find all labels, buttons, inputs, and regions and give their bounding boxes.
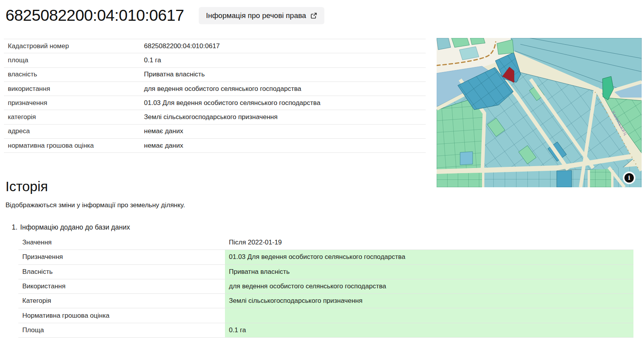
table-row: Власність Приватна власність — [18, 265, 633, 279]
history-event-number: 1. — [12, 223, 18, 232]
history-change-table: Значення Після 2022-01-19 Призначення 01… — [18, 235, 633, 338]
history-attribute-label: Використання — [18, 279, 225, 293]
attribute-label: власність — [4, 71, 140, 78]
history-attribute-value: 01.03 Для ведення особистого селянського… — [225, 250, 633, 264]
table-row: Призначення 01.03 Для ведення особистого… — [18, 250, 633, 264]
history-event-label: Інформацію додано до бази даних — [20, 223, 130, 232]
parcel-attributes-table: Кадастровий номер 6825082200:04:010:0617… — [4, 39, 426, 153]
history-attribute-value: 0.1 га — [225, 323, 633, 337]
attribute-value: немає даних — [140, 142, 426, 150]
history-attribute-label: Власність — [18, 265, 225, 279]
table-row: адреса немає даних — [4, 125, 426, 139]
external-link-icon — [310, 12, 317, 19]
table-row: Категорія Землі сільськогосподарського п… — [18, 294, 633, 308]
attribute-value: Землі сільськогосподарського призначення — [140, 113, 426, 121]
attribute-value: для ведення особистого селянського госпо… — [140, 85, 426, 93]
table-row: використання для ведення особистого селя… — [4, 82, 426, 96]
history-event-title: 1. Інформацію додано до бази даних — [12, 223, 638, 232]
cadastral-map[interactable]: Хмельниц i — [437, 38, 642, 187]
history-attribute-label: Призначення — [18, 250, 225, 264]
attribute-value: 01.03 Для ведення особистого селянського… — [140, 99, 426, 107]
history-attribute-label: Нормативна грошова оцінка — [18, 308, 225, 322]
history-attribute-value: Землі сільськогосподарського призначення — [225, 294, 633, 308]
history-attribute-label: Значення — [18, 235, 225, 250]
attribute-value: Приватна власність — [140, 71, 426, 78]
history-attribute-label: Категорія — [18, 294, 225, 308]
history-attribute-value: Після 2022-01-19 — [225, 235, 633, 250]
attribute-label: використання — [4, 85, 140, 93]
attribute-value: 0.1 га — [140, 56, 426, 64]
table-row: призначення 01.03 Для ведення особистого… — [4, 96, 426, 110]
table-row: власність Приватна власність — [4, 68, 426, 82]
attribute-label: призначення — [4, 99, 140, 107]
table-row: Використання для ведення особистого селя… — [18, 279, 633, 294]
attribute-value: немає даних — [140, 127, 426, 135]
attribute-label: адреса — [4, 127, 140, 135]
property-rights-button[interactable]: Інформація про речові права — [199, 7, 324, 24]
history-attribute-value: Приватна власність — [225, 265, 633, 279]
table-row: Кадастровий номер 6825082200:04:010:0617 — [4, 39, 426, 53]
history-section: Історія Відображаються зміни у інформаці… — [5, 177, 638, 338]
attribute-label: площа — [4, 56, 140, 64]
table-row: нормативна грошова оцінка немає даних — [4, 139, 426, 153]
table-row: Значення Після 2022-01-19 — [18, 235, 633, 250]
attribute-label: нормативна грошова оцінка — [4, 142, 140, 150]
history-heading: Історія — [5, 177, 638, 196]
table-row: Площа 0.1 га — [18, 323, 633, 338]
history-attribute-value: для ведення особистого селянського госпо… — [225, 279, 633, 293]
page-header: 6825082200:04:010:0617 Інформація про ре… — [5, 6, 324, 25]
property-rights-button-label: Інформація про речові права — [206, 11, 306, 20]
attribute-label: категорія — [4, 113, 140, 121]
table-row: Нормативна грошова оцінка — [18, 308, 633, 323]
page-title: 6825082200:04:010:0617 — [5, 6, 184, 25]
history-attribute-label: Площа — [18, 323, 225, 337]
attribute-value: 6825082200:04:010:0617 — [140, 42, 426, 50]
attribute-label: Кадастровий номер — [4, 42, 140, 50]
table-row: категорія Землі сільськогосподарського п… — [4, 110, 426, 124]
history-attribute-value — [225, 308, 633, 322]
table-row: площа 0.1 га — [4, 53, 426, 67]
history-description: Відображаються зміни у інформації про зе… — [5, 201, 638, 209]
